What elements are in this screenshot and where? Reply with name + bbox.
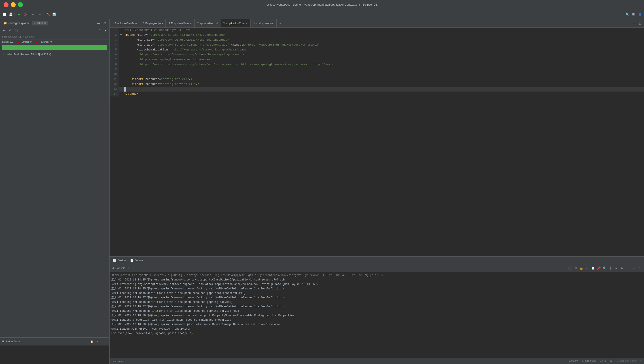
- console-line-result: Employee{id=2, name='李四', age=18, positi…: [111, 331, 642, 336]
- gutter-7: [119, 57, 123, 62]
- console-terminated-line: <terminated> EmployeeMain.selectById [JU…: [111, 273, 642, 278]
- console-line-4: 信息: Loading XML bean definitions from cl…: [111, 291, 642, 296]
- console-stop[interactable]: ⬛: [567, 266, 572, 271]
- application-context-tab-close[interactable]: ✕: [246, 22, 248, 25]
- tab-design[interactable]: ⬜ Design: [111, 258, 128, 263]
- source-label: Source: [134, 259, 143, 262]
- debug-button[interactable]: 🐞: [22, 12, 28, 17]
- console-line-6: 信息: Loading XML bean definitions from cl…: [111, 300, 642, 304]
- console-line-2: 信息: Refreshing org.springframework.conte…: [111, 282, 642, 286]
- panel-maximize[interactable]: □: [102, 20, 108, 26]
- perspectives-button[interactable]: ⊞: [630, 12, 636, 17]
- build-button[interactable]: 🔨: [45, 12, 51, 17]
- console-close[interactable]: ✕: [127, 266, 129, 270]
- console-scroll-lock[interactable]: 🔒: [579, 266, 584, 271]
- junit-stats: Runs: 1/1 Errors: 0 Failures: 0: [0, 40, 109, 44]
- console-line-10: 信息: Loading properties file from class p…: [111, 318, 642, 322]
- editor-minimize[interactable]: —: [631, 20, 637, 26]
- failure-trace-copy[interactable]: 📋: [89, 338, 95, 344]
- junit-tab-close[interactable]: ✕: [44, 22, 46, 24]
- run-button[interactable]: ▶: [16, 12, 22, 17]
- refresh-button[interactable]: 🔄: [51, 12, 57, 17]
- tab-spring-service[interactable]: X spring-service.: [251, 19, 277, 28]
- error-dot: [18, 41, 20, 43]
- tab-overflow[interactable]: 1>: [277, 22, 283, 25]
- tab-package-explorer[interactable]: 📁 Package Explorer: [2, 21, 31, 26]
- search-toolbar-button[interactable]: 🔍: [624, 12, 630, 17]
- line-num-5: 5: [110, 47, 119, 52]
- console-maximize[interactable]: □: [637, 266, 642, 271]
- code-line-12: 12 <import resource="spring-service.xml"…: [110, 82, 644, 87]
- minimize-button[interactable]: [11, 2, 16, 7]
- new-button[interactable]: 📄: [1, 12, 7, 17]
- test-pass-icon: ✓: [3, 53, 5, 56]
- test-item-selectbyid[interactable]: ✓ selectById [Runner: JUnit 4] (0.338 s): [0, 52, 109, 57]
- editor-maximize[interactable]: □: [637, 20, 643, 26]
- line-num-13: 13: [110, 87, 119, 92]
- user-button[interactable]: 👤: [637, 12, 643, 17]
- code-line-10: 10: [110, 72, 644, 77]
- line-num-7: 7: [110, 57, 119, 62]
- failure-trace-expand[interactable]: ↕: [101, 338, 107, 344]
- tab-source[interactable]: 📄 Source: [128, 258, 145, 263]
- console-paste[interactable]: 📌: [596, 266, 601, 271]
- maximize-button[interactable]: [18, 2, 23, 7]
- console-pin[interactable]: 📍: [608, 266, 613, 271]
- console-title: Console: [115, 267, 125, 270]
- errors-label: Errors:: [22, 40, 29, 43]
- line-num-11: 11: [110, 77, 119, 82]
- close-button[interactable]: [4, 2, 9, 7]
- tab-junit[interactable]: ✓ JUnit ✕: [32, 21, 48, 26]
- failure-trace-icon: ☰: [2, 340, 5, 343]
- navigate-forward[interactable]: →: [37, 12, 43, 17]
- console-minimize[interactable]: —: [631, 266, 636, 271]
- junit-rerun[interactable]: ▶: [1, 28, 7, 34]
- panel-tabs: 📁 Package Explorer ✓ JUnit ✕ — □: [0, 19, 109, 27]
- console-find[interactable]: 🔍: [602, 266, 607, 271]
- tab-label-employee: Employee.java: [145, 22, 163, 25]
- status-watermark: CSDN @每天都学不完: [617, 359, 642, 363]
- code-line-5: 5 xsi:schemaLocation="http://www.springf…: [110, 47, 644, 52]
- xml-file-icon-2: X: [223, 22, 225, 25]
- console-clear[interactable]: 🗑: [573, 266, 578, 271]
- toolbar-separator-2: [29, 12, 29, 16]
- code-editor[interactable]: 1 <?xml version="1.0" encoding="UTF-8"?>…: [110, 28, 644, 256]
- gutter-14: [119, 92, 123, 96]
- console-next[interactable]: ▶: [619, 266, 625, 271]
- junit-header: Finished after 4.337 seconds: [0, 34, 109, 40]
- tab-employee-main[interactable]: J EmployeeMain.ja: [166, 19, 194, 28]
- code-line-3: 3 xmlns:xsi="http://www.w3.org/2001/XMLS…: [110, 38, 644, 42]
- console-overflow[interactable]: ⋮: [625, 266, 630, 271]
- code-line-8: 8 https://www.springframework.org/schema…: [110, 62, 644, 67]
- code-line-13: 13: [110, 87, 644, 92]
- left-panel: 📁 Package Explorer ✓ JUnit ✕ — □ ▶ ↺ ⬛ ⋮…: [0, 19, 110, 364]
- line-num-8: 8: [110, 62, 119, 67]
- tab-overflow-label: 1>: [278, 22, 281, 25]
- console-copy[interactable]: 📋: [590, 266, 596, 271]
- code-line-6: 6 https://www.springframework.org/schema…: [110, 52, 644, 57]
- junit-stop[interactable]: ⬛: [14, 28, 19, 34]
- failure-trace-section: ☰ Failure Trace 📋 ⏸ ↕: [0, 337, 109, 364]
- junit-history[interactable]: ⋮: [96, 28, 102, 34]
- junit-finished-text: Finished after 4.337 seconds: [2, 35, 34, 38]
- line-content-9: [123, 67, 644, 72]
- junit-rerun-failed[interactable]: ↺: [7, 28, 13, 34]
- code-line-1: 1 <?xml version="1.0" encoding="UTF-8"?>: [110, 28, 644, 32]
- tab-employee-dao[interactable]: J EmployeeDaoJava: [110, 19, 140, 28]
- tab-application-context[interactable]: X applicationCont ✕: [221, 19, 251, 28]
- panel-minimize[interactable]: —: [95, 20, 101, 26]
- console-word-wrap[interactable]: ↩: [584, 266, 590, 271]
- line-content-2: <beans xmlns="http://www.springframework…: [123, 32, 644, 38]
- failure-trace-filter[interactable]: ⏸: [95, 338, 101, 344]
- line-content-8: https://www.springframework.org/schema/a…: [123, 62, 644, 67]
- java-file-icon-1: J: [112, 22, 114, 25]
- junit-filter[interactable]: ▼: [103, 28, 108, 34]
- tab-employee[interactable]: J Employee.java: [140, 19, 166, 28]
- runs-value: 1/1: [10, 40, 14, 43]
- tab-spring-dao[interactable]: X spring-dao.xml: [194, 19, 221, 28]
- save-button[interactable]: 💾: [8, 12, 14, 17]
- navigate-back[interactable]: ←: [31, 12, 36, 17]
- code-line-11: 11 <import resource="spring-dao.xml"/>: [110, 77, 644, 82]
- console-prev[interactable]: ◀: [613, 266, 619, 271]
- package-explorer-label: Package Explorer: [8, 22, 29, 25]
